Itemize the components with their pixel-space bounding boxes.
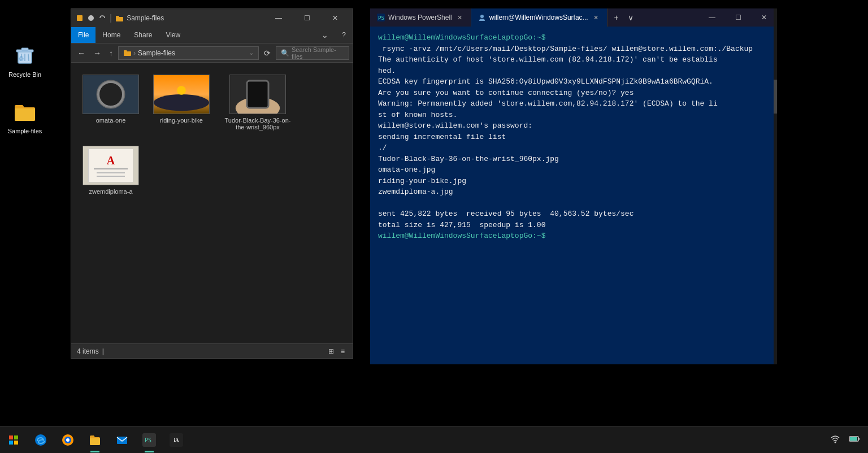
svg-text:PS: PS: [378, 15, 384, 21]
svg-rect-30: [9, 441, 13, 445]
details-btn[interactable]: ≡: [338, 346, 347, 356]
new-tab-button[interactable]: +: [610, 11, 623, 24]
ps-scrollbar-thumb: [774, 80, 777, 114]
powershell-window: PS Windows PowerShell ✕ willem@WillemWin…: [370, 8, 777, 364]
ps-tab-willem[interactable]: willem@WillemWindowsSurfac... ✕: [471, 8, 607, 27]
back-button[interactable]: ←: [75, 47, 88, 59]
ps-terminal-content[interactable]: willem@WillemWindowsSurfaceLaptopGo:~$ r…: [370, 27, 777, 364]
titlebar-left: | Sample-files: [76, 13, 164, 23]
tab-share[interactable]: Share: [127, 27, 159, 43]
file-thumbnail-bike: [153, 75, 210, 114]
ps-scrollbar[interactable]: [774, 27, 777, 364]
tab-dropdown-button[interactable]: ∨: [623, 11, 638, 24]
svg-rect-20: [249, 82, 266, 103]
address-path[interactable]: › Sample-files ⌄: [118, 46, 259, 60]
taskbar-app-firefox[interactable]: [54, 426, 81, 454]
ps-command: rsync -arvz /mnt/c/Users/mail/Desktop/Sa…: [378, 43, 769, 55]
search-placeholder: Search Sample-files: [292, 46, 344, 60]
svg-line-24: [258, 93, 261, 95]
desktop-icon-recycle-bin[interactable]: ♻ Recycle Bin: [2, 40, 47, 80]
mail-icon: [115, 433, 129, 447]
svg-point-21: [251, 86, 264, 99]
ps-maximize-btn[interactable]: ☐: [725, 8, 751, 27]
omata-thumb-svg: [83, 75, 138, 114]
large-icons-btn[interactable]: ⊞: [326, 346, 336, 356]
ps-tab-controls: + ∨: [610, 8, 638, 27]
svg-point-22: [257, 92, 259, 94]
recycle-bin-label: Recycle Bin: [8, 71, 41, 78]
ps-prompt-1: willem@WillemWindowsSurfaceLaptopGo:~$: [378, 32, 769, 43]
files-icon: [88, 433, 102, 447]
desktop-icon-sample-files[interactable]: Sample-files: [2, 96, 47, 137]
search-icon: 🔍: [281, 49, 289, 57]
up-button[interactable]: ↑: [106, 47, 116, 59]
battery-icon[interactable]: [845, 433, 863, 447]
sample-files-label: Sample-files: [8, 128, 42, 134]
svg-line-5: [28, 54, 29, 61]
file-item-bike[interactable]: riding-your-bike: [150, 71, 212, 134]
file-item-watch[interactable]: Tudor-Black-Bay-36-on-the-wrist_960px: [221, 71, 294, 134]
ribbon-chevron[interactable]: ⌄: [315, 27, 335, 43]
svg-point-16: [177, 86, 186, 95]
file-item-diploma[interactable]: A zwemdiploma-a: [80, 142, 142, 198]
ps-line-10: Tudor-Black-Bay-36-on-the-wrist_960px.jp…: [378, 154, 769, 165]
ps-minimize-btn[interactable]: —: [699, 8, 725, 27]
ps-tab1-close[interactable]: ✕: [455, 14, 464, 22]
tab-home[interactable]: Home: [96, 27, 127, 43]
battery-indicator-icon: [849, 435, 860, 443]
ps-tab2-close[interactable]: ✕: [592, 14, 600, 22]
ps-tab2-icon: [478, 14, 486, 21]
undo-icon: [98, 14, 106, 22]
file-content-area: omata-one: [71, 63, 353, 343]
ps-line-16: total size is 427,915 speedup is 1.00: [378, 220, 769, 231]
ps-line-11: omata-one.jpg: [378, 164, 769, 176]
taskbar-app-files[interactable]: [81, 426, 108, 454]
file-explorer-titlebar: | Sample-files — ☐ ✕: [71, 9, 353, 27]
taskbar-app-mail[interactable]: [108, 426, 136, 454]
svg-rect-36: [117, 437, 127, 444]
ps-line-6: st of known hosts.: [378, 110, 769, 121]
refresh-button[interactable]: ⟳: [261, 47, 274, 59]
file-item-omata[interactable]: omata-one: [80, 71, 142, 134]
tab-file[interactable]: File: [71, 27, 96, 43]
file-label-watch: Tudor-Black-Bay-36-on-the-wrist_960px: [224, 117, 291, 130]
ps-titlebar: PS Windows PowerShell ✕ willem@WillemWin…: [370, 8, 777, 27]
forward-button[interactable]: →: [90, 47, 104, 59]
search-box[interactable]: 🔍 Search Sample-files: [276, 46, 349, 60]
wifi-icon[interactable]: [827, 432, 843, 447]
address-bar: ← → ↑ › Sample-files ⌄ ⟳ 🔍 Search Sample…: [71, 43, 353, 63]
file-label-omata: omata-one: [96, 117, 126, 124]
wifi-signal-icon: [831, 434, 840, 443]
taskbar-app-writer[interactable]: iA: [163, 426, 190, 454]
ps-line-2: hed.: [378, 66, 769, 77]
path-folder-icon: [123, 49, 131, 57]
ps-line-13: zwemdiploma-a.jpg: [378, 186, 769, 198]
taskbar-app-edge[interactable]: [27, 426, 54, 454]
svg-rect-7: [77, 15, 83, 21]
ribbon: File Home Share View ⌄ ?: [71, 27, 353, 43]
ribbon-help[interactable]: ?: [335, 28, 353, 42]
svg-rect-29: [14, 435, 18, 439]
svg-point-35: [66, 438, 70, 442]
svg-point-27: [480, 15, 484, 18]
titlebar-separator: |: [110, 13, 112, 23]
pin-icon: [87, 14, 95, 22]
ps-tab-powershell[interactable]: PS Windows PowerShell ✕: [370, 8, 471, 27]
svg-point-15: [154, 94, 209, 111]
ps-line-3: ECDSA key fingerprint is SHA256:Oy8iUpwd…: [378, 76, 769, 88]
minimize-button[interactable]: —: [266, 9, 292, 27]
windows-logo-icon: [8, 435, 19, 445]
maximize-button[interactable]: ☐: [294, 9, 320, 27]
start-button[interactable]: [0, 426, 27, 454]
svg-rect-19: [248, 81, 267, 106]
tab-view[interactable]: View: [159, 27, 187, 43]
ps-tab2-label: willem@WillemWindowsSurfac...: [489, 14, 588, 21]
recycle-bin-icon: ♻: [11, 42, 38, 69]
ps-line-8: sending incremental file list: [378, 132, 769, 143]
close-button[interactable]: ✕: [322, 9, 348, 27]
taskbar-app-terminal[interactable]: PS: [136, 426, 163, 454]
ps-line-9: ./: [378, 142, 769, 154]
titlebar-title: Sample-files: [127, 14, 164, 22]
svg-point-39: [835, 442, 836, 443]
taskbar-system-tray: [827, 432, 868, 447]
